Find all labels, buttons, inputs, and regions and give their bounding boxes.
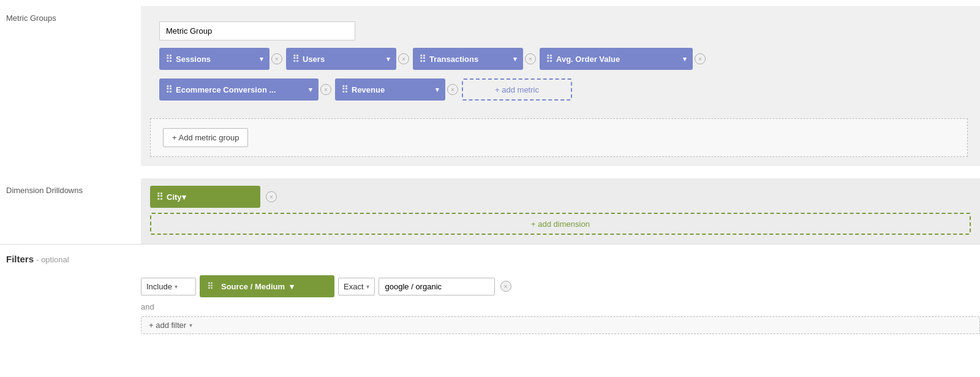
avg-order-drag-handle: ⠿ — [546, 53, 552, 65]
avg-order-chip-wrapper: ⠿ Avg. Order Value ▾ × — [540, 48, 706, 70]
revenue-close-icon[interactable]: × — [447, 84, 458, 95]
filters-title: Filters — [6, 254, 34, 264]
main-container: Metric Groups ⠿ Sessions ▾ × — [0, 0, 980, 340]
metric-group-box: ⠿ Sessions ▾ × ⠿ Users ▾ × — [150, 15, 968, 118]
filter-value-input[interactable] — [379, 278, 495, 295]
source-medium-drag-handle: ⠿ — [207, 281, 213, 291]
add-dimension-button[interactable]: + add dimension — [150, 213, 971, 235]
metrics-row-1: ⠿ Sessions ▾ × ⠿ Users ▾ × — [159, 48, 959, 74]
source-medium-label: Source / Medium — [221, 282, 285, 291]
ecommerce-drag-handle: ⠿ — [165, 84, 172, 96]
dimension-drilldowns-label: Dimension Drilldowns — [0, 178, 141, 195]
users-chip-wrapper: ⠿ Users ▾ × — [286, 48, 409, 70]
avg-order-arrow-icon: ▾ — [683, 55, 687, 63]
transactions-chip[interactable]: ⠿ Transactions ▾ — [413, 48, 523, 70]
include-label: Include — [146, 282, 172, 291]
include-dropdown[interactable]: Include ▾ — [141, 278, 196, 295]
city-drag-handle: ⠿ — [156, 191, 163, 203]
users-label: Users — [303, 55, 382, 64]
sessions-chip[interactable]: ⠿ Sessions ▾ — [159, 48, 270, 70]
city-chip[interactable]: ⠿ City ▾ — [150, 186, 260, 208]
sessions-label: Sessions — [176, 55, 255, 64]
ecommerce-label: Ecommerce Conversion ... — [176, 85, 304, 94]
metric-groups-section: Metric Groups ⠿ Sessions ▾ × — [0, 6, 980, 166]
exact-arrow-icon: ▾ — [366, 283, 369, 290]
source-medium-dropdown[interactable]: ⠿ Source / Medium ▾ — [200, 275, 334, 297]
sessions-drag-handle: ⠿ — [165, 53, 172, 65]
avg-order-label: Avg. Order Value — [556, 55, 678, 64]
city-close-icon[interactable]: × — [266, 191, 277, 202]
avg-order-close-icon[interactable]: × — [695, 53, 706, 64]
add-metric-group-section: + Add metric group — [150, 118, 968, 157]
metric-groups-label: Metric Groups — [0, 6, 141, 23]
users-chip[interactable]: ⠿ Users ▾ — [286, 48, 396, 70]
transactions-chip-wrapper: ⠿ Transactions ▾ × — [413, 48, 536, 70]
add-metric-label: + add metric — [495, 85, 539, 94]
revenue-arrow-icon: ▾ — [435, 86, 439, 94]
add-filter-label: + add filter — [149, 321, 186, 330]
sessions-close-icon[interactable]: × — [271, 53, 282, 64]
revenue-label: Revenue — [352, 85, 431, 94]
transactions-arrow-icon: ▾ — [513, 55, 517, 63]
avg-order-chip[interactable]: ⠿ Avg. Order Value ▾ — [540, 48, 693, 70]
and-text: and — [141, 302, 154, 311]
add-dimension-label: + add dimension — [531, 219, 590, 229]
transactions-label: Transactions — [429, 55, 508, 64]
exact-label: Exact — [344, 282, 364, 291]
revenue-drag-handle: ⠿ — [341, 84, 348, 96]
add-group-label: + Add metric group — [172, 133, 239, 142]
source-medium-arrow-icon: ▾ — [290, 282, 294, 291]
exact-dropdown[interactable]: Exact ▾ — [338, 278, 375, 295]
dimension-content: ⠿ City ▾ × + add dimension — [141, 178, 980, 244]
dimension-drilldowns-section: Dimension Drilldowns ⠿ City ▾ × + add di… — [0, 178, 980, 244]
filter-close-icon[interactable]: × — [500, 281, 511, 292]
metrics-row-2: ⠿ Ecommerce Conversion ... ▾ × ⠿ Revenue… — [159, 78, 959, 104]
include-arrow-icon: ▾ — [175, 283, 178, 290]
add-metric-group-button[interactable]: + Add metric group — [163, 128, 248, 147]
sessions-chip-wrapper: ⠿ Sessions ▾ × — [159, 48, 282, 70]
filter-row: Include ▾ ⠿ Source / Medium ▾ Exact ▾ × — [0, 269, 980, 300]
ecommerce-close-icon[interactable]: × — [320, 84, 331, 95]
add-metric-button[interactable]: + add metric — [462, 78, 572, 101]
filters-header: Filters - optional — [0, 244, 980, 269]
add-metric-wrapper: + add metric — [462, 78, 572, 101]
ecommerce-chip-wrapper: ⠿ Ecommerce Conversion ... ▾ × — [159, 78, 331, 101]
revenue-chip[interactable]: ⠿ Revenue ▾ — [335, 78, 445, 101]
add-filter-arrow-icon: ▾ — [189, 322, 192, 329]
ecommerce-chip[interactable]: ⠿ Ecommerce Conversion ... ▾ — [159, 78, 318, 101]
city-chip-row: ⠿ City ▾ × — [150, 186, 971, 208]
transactions-close-icon[interactable]: × — [525, 53, 536, 64]
users-arrow-icon: ▾ — [386, 55, 390, 63]
city-label: City — [167, 192, 182, 202]
sessions-arrow-icon: ▾ — [260, 55, 263, 63]
metric-groups-content: ⠿ Sessions ▾ × ⠿ Users ▾ × — [141, 6, 980, 166]
users-drag-handle: ⠿ — [292, 53, 299, 65]
city-arrow-icon: ▾ — [182, 192, 186, 202]
metric-group-name-input[interactable] — [159, 21, 355, 40]
transactions-drag-handle: ⠿ — [419, 53, 426, 65]
add-filter-button[interactable]: + add filter ▾ — [141, 316, 980, 334]
users-close-icon[interactable]: × — [398, 53, 409, 64]
revenue-chip-wrapper: ⠿ Revenue ▾ × — [335, 78, 458, 101]
and-label: and — [0, 300, 980, 314]
filters-optional-label: - optional — [36, 255, 69, 264]
ecommerce-arrow-icon: ▾ — [309, 86, 312, 94]
